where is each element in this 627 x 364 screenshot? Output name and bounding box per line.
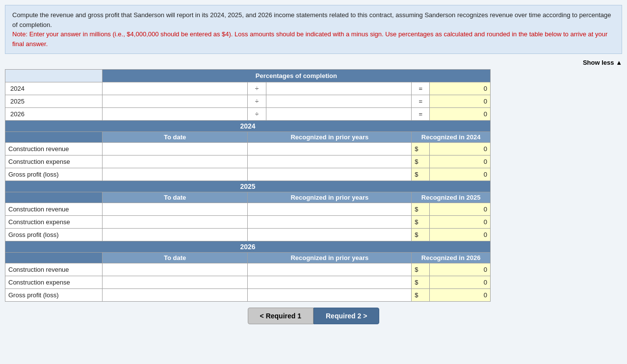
- prior-expense-2025[interactable]: [248, 216, 412, 229]
- pct-result-2025: 0: [430, 95, 491, 108]
- row-gross-profit-2026: Gross profit (loss) $ 0: [5, 289, 491, 302]
- row-construction-revenue-2024: Construction revenue $ 0: [5, 143, 491, 156]
- pct-numerator-2024-input[interactable]: [105, 84, 245, 93]
- divide-icon-2026: ÷: [248, 108, 266, 121]
- row-gross-profit-2025: Gross profit (loss) $ 0: [5, 229, 491, 241]
- row-construction-revenue-2025: Construction revenue $ 0: [5, 203, 491, 216]
- pct-row-2026: 2026 ÷ = 0: [5, 108, 491, 121]
- result-expense-2025: 0: [430, 216, 491, 229]
- year-2024-col-headers: To date Recognized in prior years Recogn…: [5, 132, 491, 143]
- prior-revenue-2025[interactable]: [248, 203, 412, 216]
- result-expense-2024: 0: [430, 156, 491, 168]
- pct-denominator-2025[interactable]: [266, 95, 412, 108]
- equals-icon-2024: =: [412, 82, 430, 95]
- main-table: Percentages of completion 2024 ÷ = 0 202…: [5, 69, 491, 302]
- divide-icon-2025: ÷: [248, 95, 266, 108]
- dollar-expense-2024: $: [412, 156, 430, 168]
- pct-numerator-2026-input[interactable]: [105, 109, 245, 119]
- to-date-expense-2025[interactable]: [102, 216, 248, 229]
- equals-icon-2025: =: [412, 95, 430, 108]
- prior-revenue-2024[interactable]: [248, 143, 412, 156]
- prior-gross-2025[interactable]: [248, 229, 412, 241]
- to-date-revenue-2025[interactable]: [102, 203, 248, 216]
- pct-numerator-2025[interactable]: [102, 95, 248, 108]
- dollar-gross-2024: $: [412, 168, 430, 181]
- year-2026-col-headers: To date Recognized in prior years Recogn…: [5, 253, 491, 263]
- pct-row-2024: 2024 ÷ = 0: [5, 82, 491, 95]
- pct-denominator-2024[interactable]: [266, 82, 412, 95]
- result-revenue-2024: 0: [430, 143, 491, 156]
- year-2024-section-header: 2024: [5, 121, 491, 132]
- row-construction-expense-2025: Construction expense $ 0: [5, 216, 491, 229]
- label-gross-profit-2026: Gross profit (loss): [5, 289, 103, 302]
- pct-denominator-2025-input[interactable]: [269, 97, 409, 106]
- to-date-expense-2026[interactable]: [102, 276, 248, 289]
- dollar-revenue-2026: $: [412, 263, 430, 276]
- prior-gross-2026[interactable]: [248, 289, 412, 302]
- label-construction-expense-2026: Construction expense: [5, 276, 103, 289]
- col-header-prior-2026: Recognized in prior years: [248, 253, 412, 263]
- to-date-gross-2024[interactable]: [102, 168, 248, 181]
- equals-icon-2026: =: [412, 108, 430, 121]
- to-date-revenue-2024[interactable]: [102, 143, 248, 156]
- divide-icon-2024: ÷: [248, 82, 266, 95]
- next-button[interactable]: Required 2 >: [314, 308, 379, 324]
- year-2026-section-header: 2026: [5, 241, 491, 253]
- instruction-box: Compute the revenue and gross profit tha…: [5, 5, 622, 54]
- row-construction-revenue-2026: Construction revenue $ 0: [5, 263, 491, 276]
- prior-expense-2026[interactable]: [248, 276, 412, 289]
- pct-year-2024: 2024: [5, 82, 103, 95]
- row-construction-expense-2024: Construction expense $ 0: [5, 156, 491, 168]
- year-2025-col-headers: To date Recognized in prior years Recogn…: [5, 192, 491, 203]
- pct-denominator-2024-input[interactable]: [269, 84, 409, 93]
- prev-button[interactable]: < Required 1: [248, 308, 314, 324]
- label-gross-profit-2025: Gross profit (loss): [5, 229, 103, 241]
- pct-numerator-2024[interactable]: [102, 82, 248, 95]
- label-construction-revenue-2026: Construction revenue: [5, 263, 103, 276]
- result-gross-2026: 0: [430, 289, 491, 302]
- col-header-recognized-2024: Recognized in 2024: [412, 132, 491, 143]
- prior-expense-2024[interactable]: [248, 156, 412, 168]
- to-date-gross-2026[interactable]: [102, 289, 248, 302]
- label-construction-expense-2025: Construction expense: [5, 216, 103, 229]
- dollar-gross-2025: $: [412, 229, 430, 241]
- pct-row-2025: 2025 ÷ = 0: [5, 95, 491, 108]
- prior-revenue-2026[interactable]: [248, 263, 412, 276]
- col-header-to-date-2024: To date: [102, 132, 248, 143]
- pct-numerator-2025-input[interactable]: [105, 97, 245, 106]
- result-revenue-2025: 0: [430, 203, 491, 216]
- to-date-revenue-2026[interactable]: [102, 263, 248, 276]
- result-gross-2024: 0: [430, 168, 491, 181]
- year-2025-section-header: 2025: [5, 181, 491, 192]
- dollar-expense-2026: $: [412, 276, 430, 289]
- result-expense-2026: 0: [430, 276, 491, 289]
- row-gross-profit-2024: Gross profit (loss) $ 0: [5, 168, 491, 181]
- pct-result-2026: 0: [430, 108, 491, 121]
- result-revenue-2026: 0: [430, 263, 491, 276]
- col-header-prior-2024: Recognized in prior years: [248, 132, 412, 143]
- to-date-gross-2025[interactable]: [102, 229, 248, 241]
- navigation-buttons: < Required 1 Required 2 >: [5, 308, 622, 324]
- col-header-prior-2025: Recognized in prior years: [248, 192, 412, 203]
- pct-year-2026: 2026: [5, 108, 103, 121]
- col-header-to-date-2025: To date: [102, 192, 248, 203]
- pct-numerator-2026[interactable]: [102, 108, 248, 121]
- pct-result-2024: 0: [430, 82, 491, 95]
- prior-gross-2024[interactable]: [248, 168, 412, 181]
- row-construction-expense-2026: Construction expense $ 0: [5, 276, 491, 289]
- result-gross-2025: 0: [430, 229, 491, 241]
- label-construction-expense-2024: Construction expense: [5, 156, 103, 168]
- col-header-to-date-2026: To date: [102, 253, 248, 263]
- pct-denominator-2026[interactable]: [266, 108, 412, 121]
- to-date-expense-2024[interactable]: [102, 156, 248, 168]
- instruction-note: Note: Enter your answer in millions (i.e…: [12, 30, 607, 48]
- label-construction-revenue-2025: Construction revenue: [5, 203, 103, 216]
- show-less[interactable]: Show less ▲: [5, 59, 622, 66]
- label-construction-revenue-2024: Construction revenue: [5, 143, 103, 156]
- col-header-recognized-2025: Recognized in 2025: [412, 192, 491, 203]
- pct-header-row: Percentages of completion: [5, 70, 491, 82]
- dollar-revenue-2024: $: [412, 143, 430, 156]
- pct-denominator-2026-input[interactable]: [269, 109, 409, 119]
- col-header-recognized-2026: Recognized in 2026: [412, 253, 491, 263]
- pct-year-2025: 2025: [5, 95, 103, 108]
